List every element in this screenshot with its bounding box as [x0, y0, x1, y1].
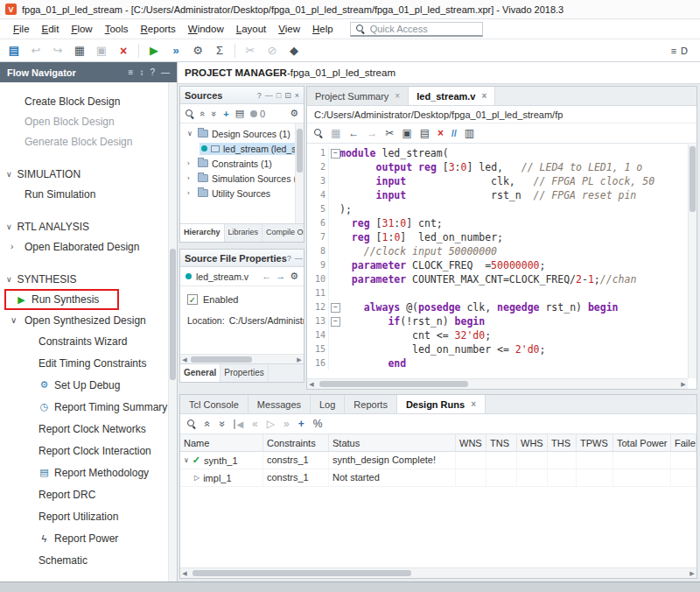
delete-icon[interactable]: ×: [438, 127, 444, 139]
undo-icon[interactable]: ↩: [29, 45, 43, 56]
chevron-right-icon[interactable]: ▷: [194, 474, 200, 482]
code-area[interactable]: 1module led_stream(2 output reg [3:0] le…: [307, 144, 688, 378]
run-icon[interactable]: ▶: [147, 45, 161, 56]
horizontal-scrollbar[interactable]: ◀ ▶: [180, 354, 304, 363]
percent-icon[interactable]: %: [313, 418, 323, 430]
code-line[interactable]: 8 //clock input 50000000: [307, 244, 688, 258]
scrollbar-thumb[interactable]: [690, 146, 696, 212]
code-line[interactable]: 2 output reg [3:0] led, // LED4 to LED1,…: [307, 160, 688, 174]
tree-item-constraints[interactable]: › Constraints (1): [180, 156, 295, 171]
layout-selector[interactable]: ≡ D: [671, 46, 693, 56]
runs-column-constraints[interactable]: Constraints: [263, 434, 329, 451]
search-icon[interactable]: [187, 419, 196, 428]
add-sources-icon[interactable]: +: [223, 109, 228, 119]
fold-toggle-icon[interactable]: [328, 300, 340, 314]
scrollbar-thumb[interactable]: [297, 129, 303, 173]
go-to-first-icon[interactable]: ◀: [234, 419, 243, 429]
vertical-scrollbar[interactable]: [295, 123, 304, 223]
flow-item-run-simulation[interactable]: Run Simulation: [0, 184, 168, 204]
tab-properties[interactable]: Properties: [220, 364, 269, 382]
step-back-icon[interactable]: «: [252, 418, 258, 430]
tree-item-utility-sources[interactable]: › Utility Sources: [180, 186, 295, 201]
menu-item-file[interactable]: File: [7, 22, 36, 36]
flow-section-rtl-analysis[interactable]: ∨RTL ANALYSIS: [0, 216, 168, 236]
scroll-left-icon[interactable]: ◀: [180, 568, 189, 578]
chevron-down-icon[interactable]: ∨: [6, 275, 12, 284]
open-project-icon[interactable]: ▤: [7, 45, 21, 56]
scrollbar-thumb[interactable]: [192, 570, 411, 576]
fold-toggle-icon[interactable]: [328, 314, 340, 328]
chevron-down-icon[interactable]: ∨: [6, 170, 12, 179]
flow-section-simulation[interactable]: ∨SIMULATION: [0, 164, 168, 184]
search-icon[interactable]: [314, 129, 323, 137]
code-line[interactable]: 10 parameter COUNTER_MAX_CNT=CLOCK_FREQ/…: [307, 272, 688, 286]
tree-item-led-stream[interactable]: led_stream (led_stream.v): [180, 141, 295, 156]
menu-item-tools[interactable]: Tools: [99, 22, 135, 36]
code-line[interactable]: 4 input rst_n // FPGA reset pin: [307, 188, 688, 202]
help-icon[interactable]: ?: [287, 254, 291, 263]
chevron-down-icon[interactable]: ∨: [10, 315, 20, 325]
runs-column-name[interactable]: Name: [180, 434, 263, 451]
code-line[interactable]: 6 reg [31:0] cnt;: [307, 216, 688, 230]
tab-compile-order[interactable]: Compile Order: [262, 224, 304, 242]
create-run-icon[interactable]: +: [298, 418, 304, 430]
dock-icon[interactable]: ≡: [129, 67, 134, 77]
flow-item-report-power[interactable]: ϟReport Power: [0, 527, 168, 549]
flow-item-report-timing-summary[interactable]: ◷Report Timing Summary: [0, 396, 168, 418]
close-icon[interactable]: ×: [481, 91, 486, 101]
menu-item-window[interactable]: Window: [182, 22, 230, 36]
fold-toggle-icon[interactable]: [328, 146, 340, 160]
tab-log[interactable]: Log: [311, 395, 345, 413]
message-filter[interactable]: 0: [250, 109, 265, 119]
vertical-scrollbar[interactable]: [688, 144, 696, 378]
quick-access-input[interactable]: Quick Access: [350, 22, 483, 37]
runs-column-tns[interactable]: TNS: [486, 434, 517, 451]
flow-item-constraints-wizard[interactable]: Constraints Wizard: [0, 330, 168, 352]
play-icon[interactable]: ▷: [267, 418, 275, 430]
flow-item-report-clock-networks[interactable]: Report Clock Networks: [0, 418, 168, 440]
gear-icon[interactable]: ⚙: [290, 108, 298, 119]
redo-icon[interactable]: →: [367, 127, 377, 139]
flow-item-create-block-design[interactable]: Create Block Design: [0, 91, 168, 111]
cut-icon[interactable]: ✂: [243, 45, 257, 56]
chevron-down-icon[interactable]: ∨: [184, 456, 189, 464]
chevron-down-icon[interactable]: ∨: [187, 130, 194, 137]
save-icon[interactable]: ▦: [331, 127, 340, 139]
indent-icon[interactable]: ▥: [465, 127, 474, 139]
tree-item-simulation-sources[interactable]: › Simulation Sources (1): [180, 171, 295, 186]
code-line[interactable]: 12 always @(posedge clk, negedge rst_n) …: [307, 300, 688, 314]
edit-icon[interactable]: ▤: [235, 108, 244, 119]
redo-icon[interactable]: ↪: [51, 45, 65, 56]
tree-item-design-sources[interactable]: ∨ Design Sources (1): [180, 126, 295, 141]
code-line[interactable]: 16 end: [307, 356, 688, 370]
menu-item-edit[interactable]: Edit: [36, 22, 66, 36]
tab-reports[interactable]: Reports: [345, 395, 397, 413]
tab-led-stream-v[interactable]: led_stream.v ×: [409, 87, 495, 105]
runs-row-synth_1[interactable]: ∨✓synth_1constrs_1synth_design Complete!: [180, 452, 696, 469]
tab-tcl-console[interactable]: Tcl Console: [180, 395, 248, 413]
chevron-down-icon[interactable]: ∨: [6, 222, 12, 231]
forward-icon[interactable]: →: [276, 271, 285, 282]
code-line[interactable]: 14 cnt <= 32'd0;: [307, 328, 688, 342]
runs-row-impl_1[interactable]: ▷impl_1constrs_1Not started: [180, 469, 696, 487]
code-line[interactable]: 7 reg [1:0] led_on_number;: [307, 230, 688, 244]
search-icon[interactable]: [186, 109, 194, 118]
menu-item-view[interactable]: View: [272, 22, 306, 36]
menu-item-reports[interactable]: Reports: [135, 22, 182, 36]
scrollbar-thumb[interactable]: [319, 381, 468, 387]
tab-general[interactable]: General: [180, 364, 220, 382]
minimize-icon[interactable]: —: [161, 67, 170, 77]
flow-item-run-synthesis[interactable]: ▶Run Synthesis: [4, 289, 119, 310]
scrollbar-thumb[interactable]: [191, 356, 252, 363]
close-icon[interactable]: ×: [295, 91, 299, 100]
minimize-icon[interactable]: —: [295, 254, 303, 263]
runs-column-failed[interactable]: Failed: [671, 434, 696, 451]
delete-icon[interactable]: ×: [116, 45, 130, 57]
step-forward-icon[interactable]: »: [284, 418, 290, 430]
step-icon[interactable]: »: [169, 45, 183, 56]
flow-item-report-clock-interaction[interactable]: Report Clock Interaction: [0, 440, 168, 462]
scrollbar-thumb[interactable]: [170, 249, 176, 380]
flow-item-report-methodology[interactable]: ▤Report Methodology: [0, 462, 168, 483]
copy-icon[interactable]: ▣: [402, 127, 411, 139]
tools-icon[interactable]: ◆: [287, 45, 301, 56]
